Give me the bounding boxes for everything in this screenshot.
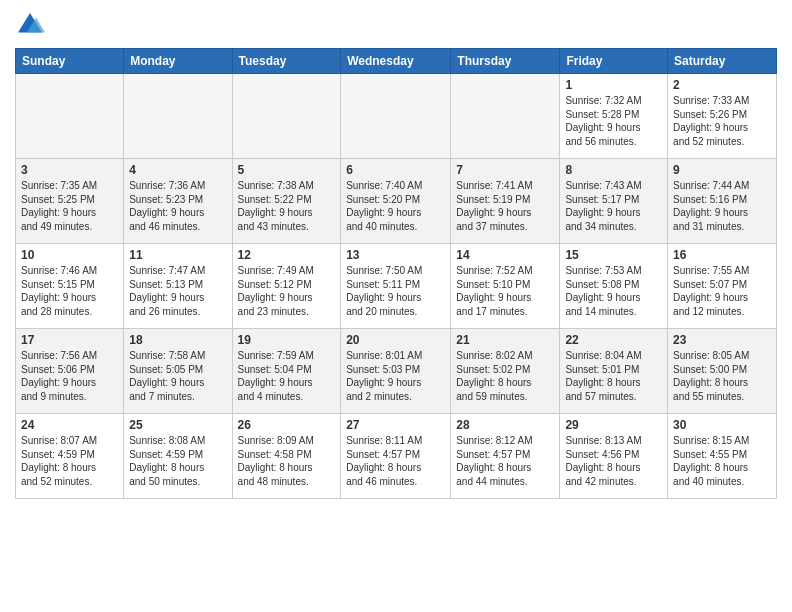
calendar-cell: 18Sunrise: 7:58 AM Sunset: 5:05 PM Dayli…: [124, 329, 232, 414]
logo-icon: [15, 10, 45, 40]
calendar-cell: 16Sunrise: 7:55 AM Sunset: 5:07 PM Dayli…: [668, 244, 777, 329]
day-number: 21: [456, 333, 554, 347]
day-info: Sunrise: 7:56 AM Sunset: 5:06 PM Dayligh…: [21, 349, 118, 403]
calendar-cell: 8Sunrise: 7:43 AM Sunset: 5:17 PM Daylig…: [560, 159, 668, 244]
calendar-cell: 1Sunrise: 7:32 AM Sunset: 5:28 PM Daylig…: [560, 74, 668, 159]
calendar: SundayMondayTuesdayWednesdayThursdayFrid…: [15, 48, 777, 499]
day-number: 7: [456, 163, 554, 177]
day-info: Sunrise: 8:07 AM Sunset: 4:59 PM Dayligh…: [21, 434, 118, 488]
calendar-cell: 17Sunrise: 7:56 AM Sunset: 5:06 PM Dayli…: [16, 329, 124, 414]
day-number: 18: [129, 333, 226, 347]
calendar-cell: 14Sunrise: 7:52 AM Sunset: 5:10 PM Dayli…: [451, 244, 560, 329]
calendar-cell: 20Sunrise: 8:01 AM Sunset: 5:03 PM Dayli…: [341, 329, 451, 414]
day-number: 1: [565, 78, 662, 92]
day-number: 17: [21, 333, 118, 347]
day-info: Sunrise: 8:02 AM Sunset: 5:02 PM Dayligh…: [456, 349, 554, 403]
day-number: 19: [238, 333, 336, 347]
day-info: Sunrise: 8:13 AM Sunset: 4:56 PM Dayligh…: [565, 434, 662, 488]
logo: [15, 10, 49, 40]
day-number: 10: [21, 248, 118, 262]
day-number: 13: [346, 248, 445, 262]
calendar-week-row: 24Sunrise: 8:07 AM Sunset: 4:59 PM Dayli…: [16, 414, 777, 499]
calendar-cell: 24Sunrise: 8:07 AM Sunset: 4:59 PM Dayli…: [16, 414, 124, 499]
day-info: Sunrise: 7:35 AM Sunset: 5:25 PM Dayligh…: [21, 179, 118, 233]
day-info: Sunrise: 7:38 AM Sunset: 5:22 PM Dayligh…: [238, 179, 336, 233]
day-info: Sunrise: 7:53 AM Sunset: 5:08 PM Dayligh…: [565, 264, 662, 318]
day-info: Sunrise: 7:55 AM Sunset: 5:07 PM Dayligh…: [673, 264, 771, 318]
day-info: Sunrise: 7:33 AM Sunset: 5:26 PM Dayligh…: [673, 94, 771, 148]
day-info: Sunrise: 8:04 AM Sunset: 5:01 PM Dayligh…: [565, 349, 662, 403]
weekday-header-row: SundayMondayTuesdayWednesdayThursdayFrid…: [16, 49, 777, 74]
day-info: Sunrise: 7:52 AM Sunset: 5:10 PM Dayligh…: [456, 264, 554, 318]
day-number: 30: [673, 418, 771, 432]
day-info: Sunrise: 7:41 AM Sunset: 5:19 PM Dayligh…: [456, 179, 554, 233]
day-number: 4: [129, 163, 226, 177]
day-number: 23: [673, 333, 771, 347]
day-number: 29: [565, 418, 662, 432]
day-number: 14: [456, 248, 554, 262]
day-number: 2: [673, 78, 771, 92]
calendar-cell: [16, 74, 124, 159]
day-number: 24: [21, 418, 118, 432]
day-info: Sunrise: 7:47 AM Sunset: 5:13 PM Dayligh…: [129, 264, 226, 318]
day-number: 16: [673, 248, 771, 262]
calendar-cell: 11Sunrise: 7:47 AM Sunset: 5:13 PM Dayli…: [124, 244, 232, 329]
day-number: 27: [346, 418, 445, 432]
calendar-cell: 12Sunrise: 7:49 AM Sunset: 5:12 PM Dayli…: [232, 244, 341, 329]
calendar-cell: 2Sunrise: 7:33 AM Sunset: 5:26 PM Daylig…: [668, 74, 777, 159]
calendar-cell: 5Sunrise: 7:38 AM Sunset: 5:22 PM Daylig…: [232, 159, 341, 244]
day-number: 28: [456, 418, 554, 432]
calendar-cell: 29Sunrise: 8:13 AM Sunset: 4:56 PM Dayli…: [560, 414, 668, 499]
calendar-week-row: 3Sunrise: 7:35 AM Sunset: 5:25 PM Daylig…: [16, 159, 777, 244]
calendar-cell: 10Sunrise: 7:46 AM Sunset: 5:15 PM Dayli…: [16, 244, 124, 329]
calendar-cell: 26Sunrise: 8:09 AM Sunset: 4:58 PM Dayli…: [232, 414, 341, 499]
day-number: 22: [565, 333, 662, 347]
day-number: 5: [238, 163, 336, 177]
calendar-week-row: 17Sunrise: 7:56 AM Sunset: 5:06 PM Dayli…: [16, 329, 777, 414]
calendar-cell: 28Sunrise: 8:12 AM Sunset: 4:57 PM Dayli…: [451, 414, 560, 499]
day-info: Sunrise: 8:08 AM Sunset: 4:59 PM Dayligh…: [129, 434, 226, 488]
calendar-cell: [451, 74, 560, 159]
day-info: Sunrise: 8:09 AM Sunset: 4:58 PM Dayligh…: [238, 434, 336, 488]
weekday-friday: Friday: [560, 49, 668, 74]
day-info: Sunrise: 8:01 AM Sunset: 5:03 PM Dayligh…: [346, 349, 445, 403]
day-number: 12: [238, 248, 336, 262]
calendar-cell: 19Sunrise: 7:59 AM Sunset: 5:04 PM Dayli…: [232, 329, 341, 414]
day-number: 26: [238, 418, 336, 432]
day-info: Sunrise: 7:40 AM Sunset: 5:20 PM Dayligh…: [346, 179, 445, 233]
day-info: Sunrise: 7:59 AM Sunset: 5:04 PM Dayligh…: [238, 349, 336, 403]
calendar-cell: [341, 74, 451, 159]
calendar-cell: 4Sunrise: 7:36 AM Sunset: 5:23 PM Daylig…: [124, 159, 232, 244]
day-number: 15: [565, 248, 662, 262]
day-info: Sunrise: 7:32 AM Sunset: 5:28 PM Dayligh…: [565, 94, 662, 148]
calendar-cell: 22Sunrise: 8:04 AM Sunset: 5:01 PM Dayli…: [560, 329, 668, 414]
calendar-cell: 25Sunrise: 8:08 AM Sunset: 4:59 PM Dayli…: [124, 414, 232, 499]
day-number: 25: [129, 418, 226, 432]
day-info: Sunrise: 7:44 AM Sunset: 5:16 PM Dayligh…: [673, 179, 771, 233]
day-info: Sunrise: 7:49 AM Sunset: 5:12 PM Dayligh…: [238, 264, 336, 318]
calendar-cell: [124, 74, 232, 159]
calendar-cell: 15Sunrise: 7:53 AM Sunset: 5:08 PM Dayli…: [560, 244, 668, 329]
calendar-cell: 7Sunrise: 7:41 AM Sunset: 5:19 PM Daylig…: [451, 159, 560, 244]
weekday-monday: Monday: [124, 49, 232, 74]
day-info: Sunrise: 7:43 AM Sunset: 5:17 PM Dayligh…: [565, 179, 662, 233]
day-info: Sunrise: 7:50 AM Sunset: 5:11 PM Dayligh…: [346, 264, 445, 318]
day-number: 6: [346, 163, 445, 177]
weekday-wednesday: Wednesday: [341, 49, 451, 74]
day-info: Sunrise: 7:46 AM Sunset: 5:15 PM Dayligh…: [21, 264, 118, 318]
day-info: Sunrise: 7:36 AM Sunset: 5:23 PM Dayligh…: [129, 179, 226, 233]
calendar-cell: 6Sunrise: 7:40 AM Sunset: 5:20 PM Daylig…: [341, 159, 451, 244]
day-number: 9: [673, 163, 771, 177]
calendar-cell: 13Sunrise: 7:50 AM Sunset: 5:11 PM Dayli…: [341, 244, 451, 329]
calendar-cell: 27Sunrise: 8:11 AM Sunset: 4:57 PM Dayli…: [341, 414, 451, 499]
calendar-cell: 23Sunrise: 8:05 AM Sunset: 5:00 PM Dayli…: [668, 329, 777, 414]
calendar-cell: 30Sunrise: 8:15 AM Sunset: 4:55 PM Dayli…: [668, 414, 777, 499]
calendar-week-row: 10Sunrise: 7:46 AM Sunset: 5:15 PM Dayli…: [16, 244, 777, 329]
day-info: Sunrise: 8:05 AM Sunset: 5:00 PM Dayligh…: [673, 349, 771, 403]
calendar-cell: 3Sunrise: 7:35 AM Sunset: 5:25 PM Daylig…: [16, 159, 124, 244]
weekday-thursday: Thursday: [451, 49, 560, 74]
calendar-week-row: 1Sunrise: 7:32 AM Sunset: 5:28 PM Daylig…: [16, 74, 777, 159]
day-number: 20: [346, 333, 445, 347]
calendar-cell: 21Sunrise: 8:02 AM Sunset: 5:02 PM Dayli…: [451, 329, 560, 414]
weekday-saturday: Saturday: [668, 49, 777, 74]
